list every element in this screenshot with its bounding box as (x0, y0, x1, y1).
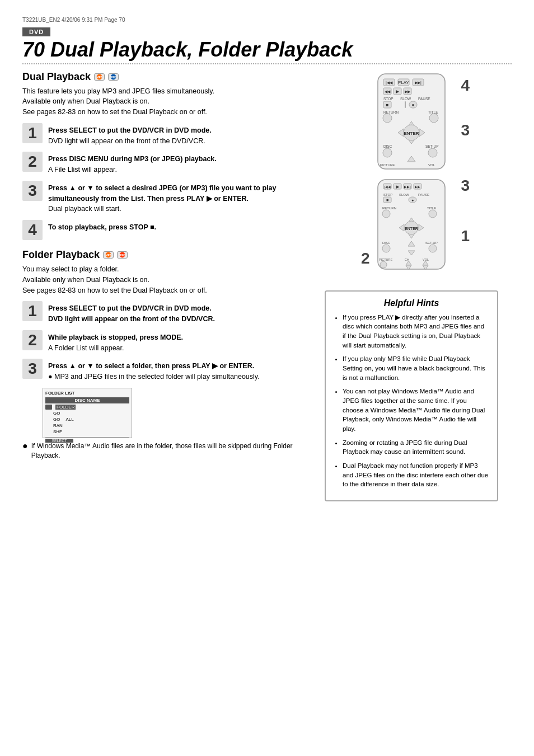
step-fp-number-3: 3 (22, 359, 43, 379)
step-fp-text-3: Press ▲ or ▼ to select a folder, then pr… (48, 359, 260, 382)
svg-text:▶▶|: ▶▶| (404, 185, 411, 189)
svg-text:ENTER: ENTER (405, 227, 418, 231)
step-text-3: Press ▲ or ▼ to select a desired JPEG (o… (48, 181, 313, 214)
remote-top-diagram: |◀◀ PLAY ▶▶| ◀◀ ▶ ▶▶ STOP (367, 71, 456, 173)
svg-point-74 (382, 245, 390, 252)
step-dp-4: 4 To stop playback, press STOP ■. (22, 220, 313, 240)
step-dp-3: 3 Press ▲ or ▼ to select a desired JPEG … (22, 181, 313, 214)
step-fp-3: 3 Press ▲ or ▼ to select a folder, then … (22, 359, 313, 382)
svg-point-31 (383, 114, 392, 123)
hints-list: If you press PLAY ▶ directly after you i… (334, 313, 489, 489)
step-fp-1: 1 Press SELECT to put the DVD/VCR in DVD… (22, 301, 313, 325)
page-container: T3221UB_EN2 4/20/06 9:31 PM Page 70 DVD … (0, 0, 534, 756)
helpful-hints-title: Helpful Hints (334, 298, 489, 308)
folder-playback-title: Folder Playback MP3 JPEG (22, 249, 313, 261)
folder-playback-steps: 1 Press SELECT to put the DVD/VCR in DVD… (22, 301, 313, 382)
remote-bottom-dp-diagram: |◀◀ ▶ ▶▶| ▶▶ STOP SLOW PAUSE ■ (367, 177, 456, 274)
svg-text:■: ■ (386, 198, 388, 202)
step-fp-text-2: While playback is stopped, press MODE. A… (48, 330, 183, 354)
svg-text:■: ■ (386, 102, 389, 107)
svg-text:STOP: STOP (383, 97, 394, 101)
svg-text:STOP: STOP (383, 193, 392, 196)
helpful-hints-box: Helpful Hints If you press PLAY ▶ direct… (325, 290, 498, 501)
folder-note: ● If Windows Media™ Audio files are in t… (22, 442, 313, 461)
svg-text:|◀◀: |◀◀ (386, 81, 393, 85)
remote-svg-bottom-dp: |◀◀ ▶ ▶▶| ▶▶ STOP SLOW PAUSE ■ (367, 177, 456, 272)
svg-text:MP3: MP3 (105, 253, 111, 257)
svg-text:▶▶|: ▶▶| (415, 81, 421, 85)
svg-text:SET-UP: SET-UP (425, 144, 438, 148)
svg-text:RETURN: RETURN (382, 206, 396, 210)
step-number-1: 1 (22, 123, 43, 143)
step-number-3: 3 (22, 181, 43, 201)
step-text-4: To stop playback, press STOP ■. (48, 220, 156, 233)
svg-text:ENTER: ENTER (404, 131, 419, 136)
svg-text:◀◀: ◀◀ (385, 90, 391, 93)
step-fp-2: 2 While playback is stopped, press MODE.… (22, 330, 313, 354)
svg-point-65 (429, 210, 437, 218)
svg-text:PAUSE: PAUSE (418, 97, 430, 101)
step-number-4: 4 (22, 220, 43, 240)
svg-point-42 (428, 148, 437, 157)
dual-playback-label: Dual Playback (22, 71, 91, 83)
svg-point-75 (429, 245, 437, 252)
jpeg-badge: JPEG (108, 73, 119, 81)
folder-playback-label: Folder Playback (22, 249, 100, 261)
step-number-2: 2 (22, 152, 43, 172)
svg-point-41 (383, 148, 392, 157)
svg-text:SLOW: SLOW (400, 97, 411, 101)
svg-text:DISC: DISC (382, 241, 391, 245)
left-column: Dual Playback MP3 JPEG This feature lets… (22, 71, 313, 501)
dual-playback-title: Dual Playback MP3 JPEG (22, 71, 313, 83)
hint-item-1: If you press PLAY ▶ directly after you i… (343, 313, 489, 350)
svg-text:SLOW: SLOW (399, 193, 409, 196)
step-fp-text-1: Press SELECT to put the DVD/VCR in DVD m… (48, 301, 215, 325)
step-fp-number-1: 1 (22, 301, 43, 321)
step-text-2: Press DISC MENU during MP3 (or JPEG) pla… (48, 152, 217, 175)
svg-text:PICTURE: PICTURE (380, 163, 395, 167)
mp3-badge: MP3 (94, 73, 105, 81)
meta-line: T3221UB_EN2 4/20/06 9:31 PM Page 70 (22, 17, 512, 23)
step-dp-2: 2 Press DISC MENU during MP3 (or JPEG) p… (22, 152, 313, 175)
svg-text:SET-UP: SET-UP (425, 241, 438, 245)
dvd-banner: DVD (22, 27, 50, 36)
section-divider (22, 63, 512, 64)
remote-svg-top: |◀◀ PLAY ▶▶| ◀◀ ▶ ▶▶ STOP (367, 71, 456, 172)
svg-point-81 (380, 261, 387, 268)
folder-list-diagram: FOLDER LIST DISC NAME FOLDER GO GOALL RA… (43, 388, 132, 438)
svg-text:▶: ▶ (396, 89, 400, 94)
svg-text:DISC: DISC (383, 144, 392, 148)
step-fp-number-2: 2 (22, 330, 43, 350)
svg-text:●: ● (412, 102, 415, 107)
svg-text:PLAY: PLAY (398, 80, 410, 85)
svg-text:RETURN: RETURN (383, 110, 399, 114)
svg-text:VOL: VOL (428, 163, 435, 167)
fp-jpeg-badge: JPEG (117, 251, 128, 259)
step-text-1: Press SELECT to put the DVD/VCR in DVD m… (48, 123, 212, 147)
folder-playback-desc: You may select to play a folder. Availab… (22, 264, 313, 295)
folder-note-text: If Windows Media™ Audio files are in the… (31, 442, 313, 461)
svg-text:|◀◀: |◀◀ (384, 185, 391, 189)
svg-text:PICTURE: PICTURE (379, 258, 392, 261)
main-content: Dual Playback MP3 JPEG This feature lets… (22, 71, 512, 501)
svg-point-32 (429, 114, 438, 123)
svg-text:JPEG: JPEG (119, 253, 125, 257)
svg-text:MP3: MP3 (96, 76, 102, 79)
fp-mp3-badge: MP3 (103, 251, 114, 259)
svg-text:PAUSE: PAUSE (418, 193, 429, 196)
hint-item-2: If you play only MP3 file while Dual Pla… (343, 354, 489, 382)
right-column: |◀◀ PLAY ▶▶| ◀◀ ▶ ▶▶ STOP (325, 71, 498, 501)
hint-item-4: Zooming or rotating a JPEG file during D… (343, 438, 489, 457)
svg-rect-26 (405, 101, 406, 108)
svg-point-64 (382, 210, 390, 218)
page-title: 70 Dual Playback, Folder Playback (22, 39, 512, 61)
dual-playback-desc: This feature lets you play MP3 and JPEG … (22, 86, 313, 118)
svg-text:●: ● (411, 198, 414, 202)
dual-remote-diagrams: |◀◀ PLAY ▶▶| ◀◀ ▶ ▶▶ STOP (325, 71, 498, 285)
svg-text:TITLE: TITLE (427, 206, 436, 210)
svg-text:▶▶: ▶▶ (405, 90, 411, 93)
dual-playback-steps: 1 Press SELECT to put the DVD/VCR in DVD… (22, 123, 313, 240)
svg-text:▶▶: ▶▶ (415, 185, 420, 189)
svg-text:JPEG: JPEG (110, 76, 116, 79)
hint-item-5: Dual Playback may not function properly … (343, 461, 489, 489)
